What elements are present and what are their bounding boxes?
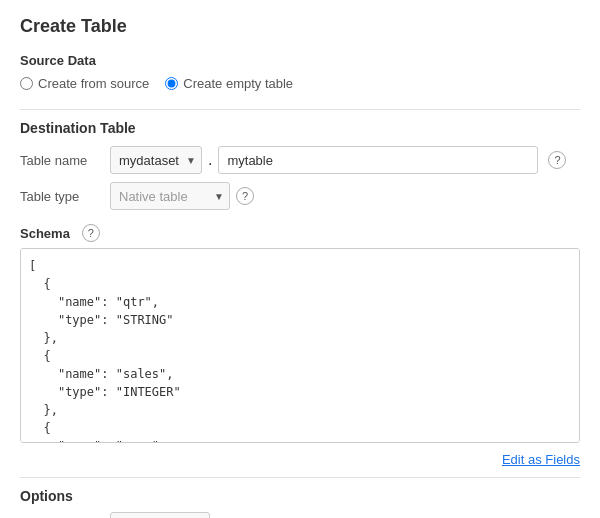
create-from-source-radio[interactable]: [20, 77, 33, 90]
divider-1: [20, 109, 580, 110]
dataset-select[interactable]: mydataset: [110, 146, 202, 174]
page-title: Create Table: [20, 16, 580, 37]
create-from-source-label: Create from source: [38, 76, 149, 91]
options-section: Options Partitioning None Day Hour Month…: [20, 488, 580, 518]
options-title: Options: [20, 488, 580, 504]
table-type-label: Table type: [20, 189, 110, 204]
source-data-section: Source Data Create from source Create em…: [20, 53, 580, 91]
schema-help-icon[interactable]: ?: [82, 224, 100, 242]
edit-as-fields-link[interactable]: Edit as Fields: [20, 452, 580, 467]
source-data-label: Source Data: [20, 53, 580, 68]
create-from-source-option[interactable]: Create from source: [20, 76, 149, 91]
create-empty-table-label: Create empty table: [183, 76, 293, 91]
table-name-inputs: mydataset ▼ . ?: [110, 146, 566, 174]
table-type-row: Table type Native table External table ▼…: [20, 182, 580, 210]
dot-separator: .: [206, 151, 214, 169]
table-name-row: Table name mydataset ▼ . ?: [20, 146, 580, 174]
destination-table-title: Destination Table: [20, 120, 580, 136]
partitioning-row: Partitioning None Day Hour Month Year ▼: [20, 512, 580, 518]
table-type-select-wrapper: Native table External table ▼: [110, 182, 230, 210]
table-type-help-icon[interactable]: ?: [236, 187, 254, 205]
table-type-select[interactable]: Native table External table: [110, 182, 230, 210]
schema-textarea[interactable]: [ { "name": "qtr", "type": "STRING" }, {…: [20, 248, 580, 443]
dataset-select-wrapper: mydataset ▼: [110, 146, 202, 174]
create-empty-table-radio[interactable]: [165, 77, 178, 90]
create-empty-table-option[interactable]: Create empty table: [165, 76, 293, 91]
source-data-radio-group: Create from source Create empty table: [20, 76, 580, 91]
partitioning-select-wrapper: None Day Hour Month Year ▼: [110, 512, 210, 518]
schema-section: Schema ? [ { "name": "qtr", "type": "STR…: [20, 224, 580, 446]
destination-table-section: Destination Table Table name mydataset ▼…: [20, 120, 580, 210]
schema-label: Schema: [20, 226, 70, 241]
table-name-input[interactable]: [218, 146, 538, 174]
schema-header: Schema ?: [20, 224, 580, 242]
partitioning-select[interactable]: None Day Hour Month Year: [110, 512, 210, 518]
table-name-help-icon[interactable]: ?: [548, 151, 566, 169]
divider-2: [20, 477, 580, 478]
table-name-label: Table name: [20, 153, 110, 168]
